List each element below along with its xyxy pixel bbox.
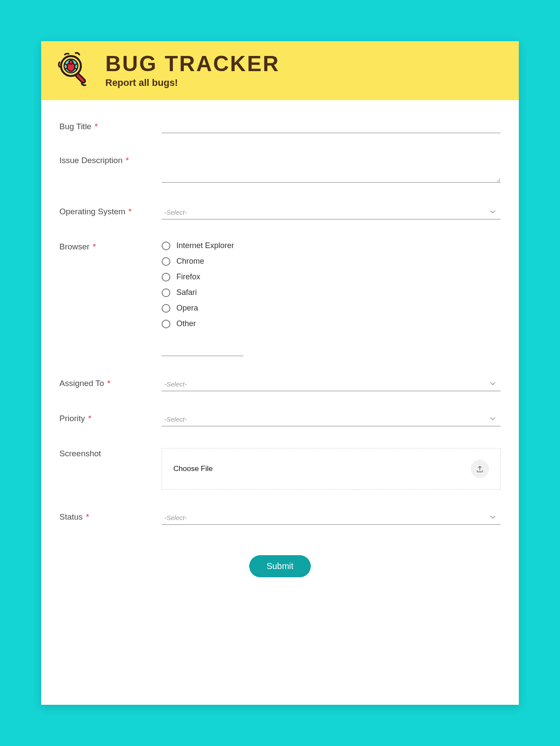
browser-option-other[interactable]: Other — [162, 319, 501, 328]
priority-select[interactable]: -Select- — [162, 413, 501, 426]
select-placeholder: -Select- — [162, 416, 187, 423]
label-screenshot: Screenshot — [59, 448, 162, 458]
required-mark: * — [93, 242, 96, 251]
browser-option-chrome[interactable]: Chrome — [162, 257, 501, 266]
label-status: Status * — [59, 511, 162, 522]
svg-line-7 — [75, 68, 77, 69]
select-placeholder: -Select- — [162, 514, 187, 521]
label-text: Assigned To — [59, 379, 104, 388]
page-subtitle: Report all bugs! — [105, 77, 280, 88]
label-text: Screenshot — [59, 449, 101, 458]
browser-radio-group: Internet Explorer Chrome Firefox Safari — [162, 241, 501, 328]
field-row-screenshot: Screenshot Choose File — [59, 448, 501, 490]
browser-other-input[interactable] — [162, 345, 243, 356]
field-row-operating-system: Operating System * -Select- — [59, 206, 501, 219]
field-row-bug-title: Bug Title * — [59, 121, 501, 133]
radio-label: Safari — [176, 288, 197, 297]
required-mark: * — [86, 512, 89, 521]
field-row-priority: Priority * -Select- — [59, 413, 501, 426]
chevron-down-icon — [489, 208, 496, 217]
label-text: Status — [59, 512, 83, 521]
bug-title-input[interactable] — [162, 121, 501, 133]
bug-form: Bug Title * Issue Description * Operatin… — [41, 100, 519, 603]
label-text: Browser — [59, 242, 90, 251]
chevron-down-icon — [489, 415, 496, 424]
upload-icon — [471, 460, 489, 478]
form-card: BUG TRACKER Report all bugs! Bug Title *… — [41, 41, 519, 705]
field-row-browser: Browser * Internet Explorer Chrome Fire — [59, 241, 501, 356]
submit-button[interactable]: Submit — [249, 555, 311, 577]
label-text: Bug Title — [59, 122, 91, 131]
required-mark: * — [107, 379, 110, 388]
label-assigned-to: Assigned To * — [59, 378, 162, 388]
label-text: Operating System — [59, 207, 125, 216]
required-mark: * — [88, 414, 91, 423]
status-select[interactable]: -Select- — [162, 511, 501, 525]
radio-icon — [162, 242, 170, 250]
label-issue-description: Issue Description * — [59, 155, 162, 165]
radio-icon — [162, 288, 170, 297]
required-mark: * — [128, 207, 131, 216]
label-operating-system: Operating System * — [59, 206, 162, 216]
label-text: Issue Description — [59, 156, 123, 165]
radio-label: Other — [176, 319, 196, 328]
field-row-issue-description: Issue Description * — [59, 155, 501, 184]
choose-file-label: Choose File — [173, 465, 213, 473]
field-row-assigned-to: Assigned To * -Select- — [59, 378, 501, 391]
browser-option-safari[interactable]: Safari — [162, 288, 501, 297]
assigned-to-select[interactable]: -Select- — [162, 378, 501, 391]
field-row-status: Status * -Select- — [59, 511, 501, 525]
chevron-down-icon — [489, 380, 496, 389]
radio-label: Opera — [176, 304, 198, 313]
browser-option-ie[interactable]: Internet Explorer — [162, 241, 501, 250]
select-placeholder: -Select- — [162, 380, 187, 388]
radio-label: Firefox — [176, 272, 200, 281]
page-title: BUG TRACKER — [105, 53, 280, 75]
svg-point-3 — [69, 60, 73, 64]
svg-rect-8 — [75, 73, 86, 84]
label-browser: Browser * — [59, 241, 162, 252]
radio-icon — [162, 304, 170, 313]
file-upload-box[interactable]: Choose File — [162, 448, 501, 490]
label-bug-title: Bug Title * — [59, 121, 162, 131]
radio-label: Internet Explorer — [176, 241, 234, 250]
required-mark: * — [126, 156, 129, 165]
required-mark: * — [94, 122, 98, 131]
radio-icon — [162, 257, 170, 266]
issue-description-input[interactable] — [162, 155, 501, 183]
radio-icon — [162, 273, 170, 281]
label-text: Priority — [59, 414, 85, 423]
svg-line-5 — [65, 68, 67, 69]
radio-label: Chrome — [176, 257, 204, 266]
radio-icon — [162, 320, 170, 328]
browser-option-opera[interactable]: Opera — [162, 304, 501, 313]
bug-magnifier-icon — [54, 51, 92, 91]
label-priority: Priority * — [59, 413, 162, 423]
chevron-down-icon — [489, 514, 496, 522]
browser-option-firefox[interactable]: Firefox — [162, 272, 501, 281]
header-text: BUG TRACKER Report all bugs! — [105, 53, 280, 88]
form-header: BUG TRACKER Report all bugs! — [41, 41, 519, 100]
select-placeholder: -Select- — [162, 209, 187, 216]
submit-row: Submit — [59, 555, 501, 577]
operating-system-select[interactable]: -Select- — [162, 206, 501, 219]
